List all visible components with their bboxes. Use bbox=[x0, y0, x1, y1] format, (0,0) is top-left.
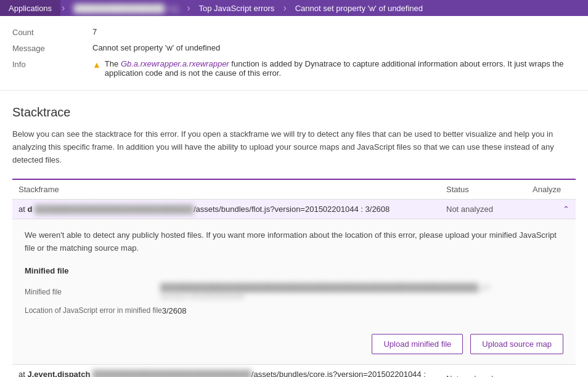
message-value: Cannot set property 'w' of undefined bbox=[92, 43, 220, 52]
minified-file-value: ████████████████████████████████████████… bbox=[160, 283, 563, 301]
frame2-code: at J.event.dispatch ████████████████████… bbox=[12, 364, 440, 377]
upload-sourcemap-button[interactable]: Upload source map bbox=[470, 334, 563, 354]
stacktrace-table: Stackframe Status Analyze at d █████████… bbox=[12, 179, 576, 377]
breadcrumb-sep-3: › bbox=[283, 2, 286, 14]
warning-icon: ▲ bbox=[92, 60, 101, 70]
breadcrumb-sep-1: › bbox=[62, 2, 65, 14]
breadcrumb-label-applications: Applications bbox=[9, 4, 52, 13]
breadcrumb-applications[interactable]: Applications bbox=[0, 0, 60, 16]
message-row: Message Cannot set property 'w' of undef… bbox=[12, 43, 576, 53]
error-location-label: Location of JavaScript error in minified… bbox=[25, 306, 162, 315]
col-analyze: Analyze bbox=[526, 179, 576, 200]
upload-minified-button[interactable]: Upload minified file bbox=[372, 334, 463, 354]
breadcrumb-label-org: ████████████████.org bbox=[73, 4, 178, 13]
frame1-suffix: /assets/bundles/flot.js?version=20150220… bbox=[194, 205, 390, 214]
frame2-status: Not analyzed bbox=[440, 364, 526, 377]
info-row: Info ▲ The Gb.a.rxewrapper.a.rxewrapper … bbox=[12, 59, 576, 78]
breadcrumb: Applications › ████████████████.org › To… bbox=[0, 0, 588, 16]
count-row: Count 7 bbox=[12, 27, 576, 37]
detail-cell: We weren't able to detect any publicly h… bbox=[12, 219, 576, 365]
frame1-status: Not analyzed bbox=[440, 200, 526, 219]
table-row[interactable]: at J.event.dispatch ████████████████████… bbox=[12, 364, 576, 377]
info-section: Count 7 Message Cannot set property 'w' … bbox=[0, 16, 588, 91]
frame2-blurred: ████████████████████████████ bbox=[90, 370, 251, 377]
frame1-blurred: ████████████████████████████ bbox=[32, 205, 194, 214]
table-row[interactable]: at d ████████████████████████████/assets… bbox=[12, 200, 576, 219]
frame2-prefix: at bbox=[18, 370, 27, 377]
count-value: 7 bbox=[92, 27, 97, 36]
breadcrumb-label-js-errors: Top JavaScript errors bbox=[199, 4, 275, 13]
table-header-row: Stackframe Status Analyze bbox=[12, 179, 576, 200]
stacktrace-description: Below you can see the stacktrace for thi… bbox=[12, 128, 576, 166]
detail-row: We weren't able to detect any publicly h… bbox=[12, 219, 576, 365]
info-text: The Gb.a.rxewrapper.a.rxewrapper functio… bbox=[105, 59, 576, 78]
frame2-chevron[interactable]: ⌄ bbox=[526, 364, 576, 377]
stacktrace-section: Stacktrace Below you can see the stacktr… bbox=[0, 91, 588, 377]
info-label: Info bbox=[12, 59, 92, 69]
breadcrumb-js-errors[interactable]: Top JavaScript errors bbox=[192, 0, 282, 16]
info-value: ▲ The Gb.a.rxewrapper.a.rxewrapper funct… bbox=[92, 59, 576, 78]
error-location-value: 3/2608 bbox=[162, 306, 187, 315]
error-location-field: Location of JavaScript error in minified… bbox=[25, 306, 563, 315]
stacktrace-title: Stacktrace bbox=[12, 105, 576, 120]
detail-subtitle: Minified file bbox=[25, 266, 563, 275]
frame2-bold: J.event.dispatch bbox=[27, 370, 90, 377]
breadcrumb-org[interactable]: ████████████████.org bbox=[66, 0, 186, 16]
frame1-chevron[interactable]: ⌃ bbox=[526, 200, 576, 219]
count-label: Count bbox=[12, 27, 92, 37]
breadcrumb-sep-2: › bbox=[187, 2, 190, 14]
info-text-before: The bbox=[105, 59, 121, 68]
minified-file-label: Minified file bbox=[25, 288, 160, 296]
frame1-prefix: at bbox=[18, 205, 27, 214]
breadcrumb-error-title[interactable]: Cannot set property 'w' of undefined bbox=[288, 0, 430, 16]
col-status: Status bbox=[440, 179, 526, 200]
message-label: Message bbox=[12, 43, 92, 53]
minified-file-field: Minified file ██████████████████████████… bbox=[25, 283, 563, 301]
button-row: Upload minified file Upload source map bbox=[25, 328, 563, 354]
breadcrumb-label-error: Cannot set property 'w' of undefined bbox=[295, 4, 423, 13]
frame1-code: at d ████████████████████████████/assets… bbox=[12, 200, 440, 219]
info-link[interactable]: Gb.a.rxewrapper.a.rxewrapper bbox=[121, 59, 229, 68]
col-stackframe: Stackframe bbox=[12, 179, 440, 200]
detail-not-detected: We weren't able to detect any publicly h… bbox=[25, 229, 563, 255]
